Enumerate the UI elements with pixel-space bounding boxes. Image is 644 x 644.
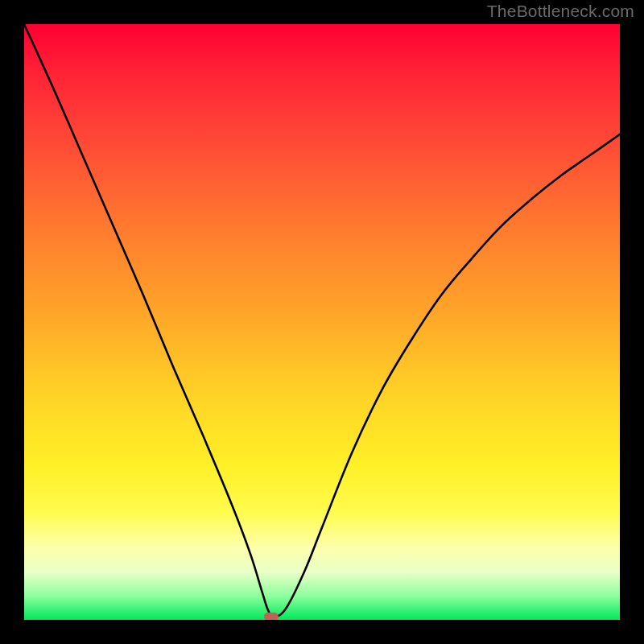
chart-outer: TheBottleneck.com (0, 0, 644, 644)
watermark-text: TheBottleneck.com (487, 2, 634, 21)
optimal-marker (264, 613, 279, 620)
bottleneck-curve (24, 24, 620, 620)
plot-area (24, 24, 620, 620)
